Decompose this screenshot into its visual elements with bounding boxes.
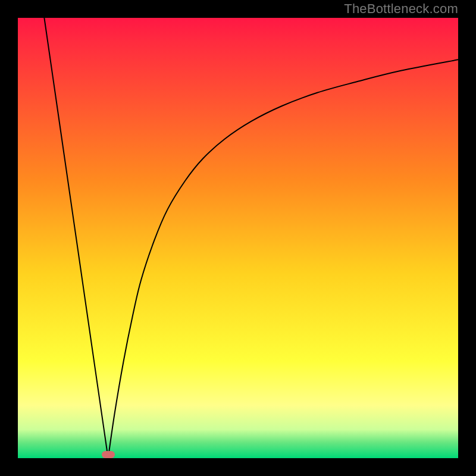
chart-background	[18, 18, 458, 458]
plot-area	[18, 18, 458, 458]
optimum-marker	[102, 451, 115, 458]
chart-svg	[18, 18, 458, 458]
watermark-text: TheBottleneck.com	[344, 0, 458, 18]
chart-frame: TheBottleneck.com	[0, 0, 476, 476]
